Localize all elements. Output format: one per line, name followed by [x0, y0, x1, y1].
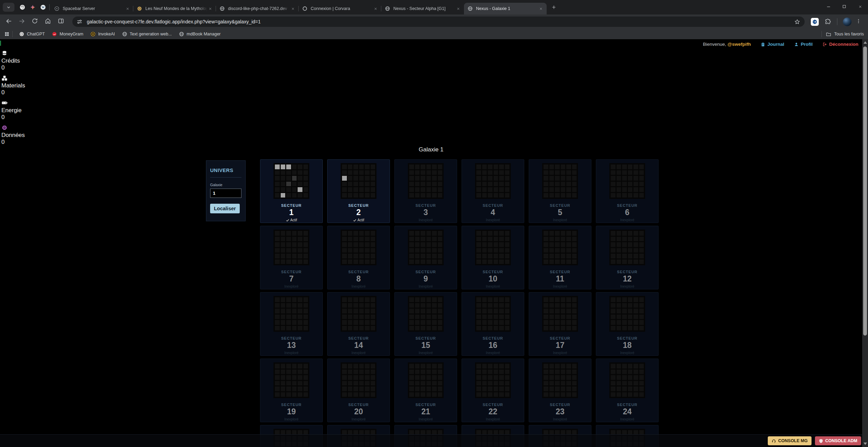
tab-3[interactable]: discord-like-php-chat-7262.dev	[216, 3, 299, 14]
forward-icon[interactable]	[18, 18, 27, 26]
url-text[interactable]: galactic-pve-conquest-c7fe.dev.flatlogic…	[87, 19, 794, 24]
close-window-button[interactable]	[852, 0, 868, 13]
grid-cell	[555, 392, 560, 397]
back-icon[interactable]	[5, 18, 13, 26]
sector-card-14[interactable]: SECTEUR14Inexploré	[327, 292, 390, 356]
grid-cell	[432, 392, 437, 397]
scroll-up-arrow[interactable]	[864, 41, 867, 44]
grid-cell	[622, 309, 627, 313]
new-tab-button[interactable]	[549, 2, 559, 12]
tab-4[interactable]: Connexion | Corvara	[299, 3, 381, 14]
grid-cell	[281, 303, 286, 308]
grid-cell	[292, 326, 297, 331]
sector-card-11[interactable]: SECTEUR11Inexploré	[529, 226, 591, 289]
home-icon[interactable]	[44, 18, 53, 26]
scroll-down-arrow[interactable]	[864, 443, 867, 445]
sector-card-2[interactable]: SECTEUR2Actif	[327, 159, 390, 223]
grid-cell	[281, 254, 286, 258]
sector-card-5[interactable]: SECTEUR5Inexploré	[529, 159, 591, 223]
grid-cell	[342, 320, 347, 325]
tab-close-icon[interactable]	[373, 6, 379, 12]
console-mg-button[interactable]: CONSOLE MG	[768, 436, 811, 445]
grid-cell	[561, 364, 566, 369]
page-scrollbar[interactable]	[862, 39, 868, 447]
sector-card-19[interactable]: SECTEUR19Inexploré	[260, 359, 323, 422]
tab-close-icon[interactable]	[125, 6, 131, 12]
bot-extension-icon[interactable]	[811, 18, 819, 26]
pinned-tab-wordpress-icon[interactable]: W	[38, 2, 48, 12]
sector-card-24[interactable]: SECTEUR24Inexploré	[596, 359, 659, 422]
grid-cell	[617, 231, 621, 236]
sector-card-16[interactable]: SECTEUR16Inexploré	[462, 292, 524, 356]
grid-cell	[617, 309, 621, 313]
tab-1[interactable]: Spacebar Server	[51, 3, 133, 14]
sector-card-20[interactable]: SECTEUR20Inexploré	[327, 359, 390, 422]
sector-card-15[interactable]: SECTEUR15Inexploré	[394, 292, 457, 356]
sector-card-4[interactable]: SECTEUR4Inexploré	[462, 159, 524, 223]
galaxy-input[interactable]	[210, 189, 241, 198]
sector-status-text: Inexploré	[418, 285, 433, 288]
sector-card-21[interactable]: SECTEUR21Inexploré	[394, 359, 457, 422]
browser-menu-icon[interactable]	[856, 18, 862, 25]
console-adm-button[interactable]: CONSOLE ADM	[815, 436, 861, 445]
sector-card-10[interactable]: SECTEUR10Inexploré	[462, 226, 524, 289]
extensions-puzzle-icon[interactable]	[824, 18, 831, 25]
logout-link[interactable]: Déconnexion	[822, 42, 858, 47]
bookmark-star-icon[interactable]	[794, 19, 800, 25]
tab-close-icon[interactable]	[538, 6, 544, 12]
grid-cell	[566, 386, 571, 391]
tab-6[interactable]: Nexus - Galaxie 1	[464, 3, 547, 14]
sector-card-17[interactable]: SECTEUR17Inexploré	[529, 292, 591, 356]
tab-close-icon[interactable]	[290, 6, 296, 12]
grid-cell	[476, 370, 481, 374]
sector-card-6[interactable]: SECTEUR6Inexploré	[596, 159, 659, 223]
sector-card-7[interactable]: SECTEUR7Inexploré	[260, 226, 323, 289]
sector-card-13[interactable]: SECTEUR13Inexploré	[260, 292, 323, 356]
reading-list-icon[interactable]	[58, 18, 66, 26]
grid-cell	[275, 297, 280, 302]
sector-card-3[interactable]: SECTEUR3Inexploré	[394, 159, 457, 223]
bookmark-item[interactable]: Text generation web...	[122, 31, 172, 37]
bookmark-item[interactable]: ChatGPT	[19, 31, 45, 37]
sector-card-1[interactable]: SECTEUR1Actif	[260, 159, 323, 223]
site-settings-icon[interactable]	[76, 19, 83, 25]
address-bar[interactable]: galactic-pve-conquest-c7fe.dev.flatlogic…	[72, 17, 805, 27]
grid-cell	[409, 187, 414, 192]
scrollbar-thumb[interactable]	[863, 46, 867, 336]
sector-card-9[interactable]: SECTEUR9Inexploré	[394, 226, 457, 289]
grid-cell	[476, 309, 481, 313]
tab-close-icon[interactable]	[455, 6, 461, 12]
pinned-tab-fingerprint-icon[interactable]	[17, 2, 28, 12]
apps-grid-icon[interactable]	[4, 31, 10, 37]
grid-cell	[561, 386, 566, 391]
tab-search-button[interactable]	[3, 3, 14, 12]
journal-link[interactable]: Journal	[761, 42, 784, 47]
bookmark-item[interactable]: mdBook Manager	[179, 31, 221, 37]
sector-card-23[interactable]: SECTEUR23Inexploré	[529, 359, 591, 422]
grid-cell	[342, 326, 347, 331]
minimize-button[interactable]	[820, 0, 836, 13]
grid-cell	[544, 259, 548, 264]
profil-link[interactable]: Profil	[794, 42, 813, 47]
tab-close-icon[interactable]	[207, 6, 213, 12]
grid-cell	[371, 364, 375, 369]
grid-cell	[342, 242, 347, 247]
all-bookmarks-label[interactable]: Tous les favoris	[834, 32, 864, 36]
maximize-button[interactable]	[836, 0, 852, 13]
tab-5[interactable]: Nexus - Secteur Alpha [G1]	[381, 3, 464, 14]
localiser-button[interactable]: Localiser	[210, 204, 240, 213]
tab-2[interactable]: Les Neuf Mondes de la Mythologie	[133, 3, 216, 14]
grid-cell	[633, 326, 638, 331]
sector-card-8[interactable]: SECTEUR8Inexploré	[327, 226, 390, 289]
profile-avatar[interactable]	[843, 18, 851, 26]
sector-card-22[interactable]: SECTEUR22Inexploré	[462, 359, 524, 422]
bookmark-item[interactable]: InvokeAI	[90, 31, 115, 37]
grid-cell	[303, 364, 308, 369]
bookmark-item[interactable]: MoneyGram	[52, 31, 83, 37]
grid-cell	[286, 259, 291, 264]
reload-icon[interactable]	[31, 18, 40, 26]
pinned-tab-gemini-icon[interactable]	[28, 2, 38, 12]
grid-cell	[488, 297, 493, 302]
sector-card-18[interactable]: SECTEUR18Inexploré	[596, 292, 659, 356]
sector-card-12[interactable]: SECTEUR12Inexploré	[596, 226, 659, 289]
